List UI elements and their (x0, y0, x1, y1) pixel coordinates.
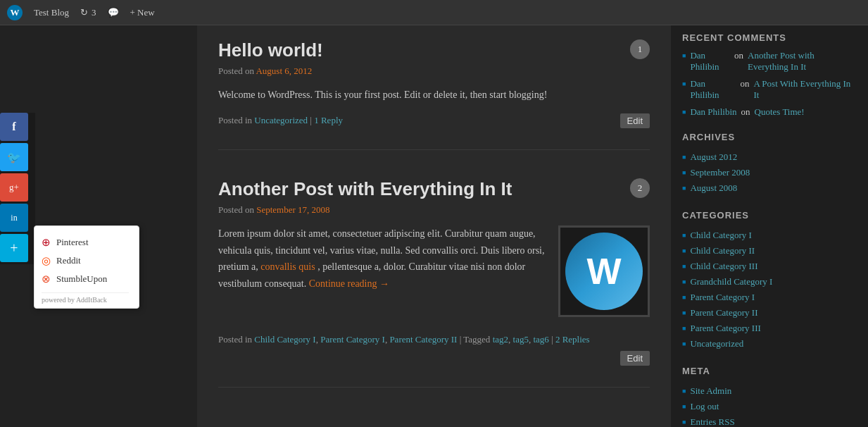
recent-comment-1-link[interactable]: Another Post with Everything In It (748, 50, 857, 73)
right-sidebar: RECENT COMMENTS Dan Philibin on Another … (671, 25, 868, 427)
cat-6-link[interactable]: Parent Category II (690, 307, 757, 318)
meta-2-link[interactable]: Log out (690, 401, 719, 412)
archive-2-link[interactable]: September 2008 (690, 167, 750, 178)
meta-section: META Site Admin Log out Entries RSS Comm… (682, 366, 857, 427)
comments-icon-link[interactable]: 💬 (108, 7, 119, 18)
admin-bar: W Test Blog ↻ 3 💬 + New (0, 0, 868, 25)
post-2-tag3-link[interactable]: tag6 (533, 334, 548, 345)
site-name-link[interactable]: Test Blog (34, 7, 69, 18)
meta-3-link[interactable]: Entries RSS (690, 416, 734, 427)
cat-3-link[interactable]: Child Category III (690, 261, 757, 272)
post-1-replies-link[interactable]: 1 Reply (314, 115, 343, 125)
new-link[interactable]: + New (130, 7, 155, 18)
cat-7-link[interactable]: Parent Category III (690, 323, 760, 334)
categories-title: CATEGORIES (682, 210, 857, 221)
post-2: Another Post with Everything In It 2 Pos… (218, 178, 650, 388)
facebook-button[interactable]: f (0, 113, 28, 141)
comments-link[interactable]: ↻ 3 (80, 7, 96, 18)
facebook-icon: f (12, 120, 15, 133)
post-2-footer: Posted in Child Category I, Parent Categ… (218, 334, 650, 345)
post-1-content: Welcome to WordPress. This is your first… (218, 87, 650, 104)
meta-title: META (682, 366, 857, 376)
wp-circle-logo: W (565, 233, 643, 310)
meta-item-1: Site Admin (682, 383, 857, 399)
post-1-categories: Posted in Uncategorized | 1 Reply (218, 115, 343, 126)
googleplus-button[interactable]: g+ (0, 173, 28, 202)
post-2-continue-reading-link[interactable]: Continue reading → (309, 278, 389, 289)
linkedin-button[interactable]: in (0, 204, 28, 232)
pinterest-item[interactable]: ⊕ Pinterest (42, 233, 129, 252)
post-2-tag2-link[interactable]: tag5 (513, 334, 529, 345)
twitter-button[interactable]: 🐦 (0, 143, 28, 171)
pinterest-icon: ⊕ (42, 236, 51, 249)
post-2-convallis-link[interactable]: convallis quis (260, 261, 315, 272)
category-item-5: Parent Category I (682, 290, 857, 305)
comment-icon: 💬 (108, 7, 119, 18)
archives-list: August 2012 September 2008 August 2008 (682, 149, 857, 196)
category-item-8: Uncategorized (682, 336, 857, 352)
stumbleupon-label: StumbleUpon (56, 273, 107, 285)
linkedin-icon: in (11, 213, 17, 223)
category-item-2: Child Category II (682, 243, 857, 259)
additback-powered-label: powered by AddItBack (42, 292, 129, 304)
categories-list: Child Category I Child Category II Child… (682, 228, 857, 352)
addmore-icon: + (10, 240, 18, 256)
post-2-edit-row: Edit (218, 351, 650, 366)
addmore-button[interactable]: + (0, 234, 28, 262)
post-1-title: Hello world! (218, 39, 323, 61)
recent-comment-2-link[interactable]: A Post With Everything In It (753, 78, 857, 101)
social-sidebar: f 🐦 g+ in + (0, 113, 35, 264)
archive-1-link[interactable]: August 2012 (690, 151, 737, 163)
post-2-cat2-link[interactable]: Parent Category I (320, 334, 385, 345)
meta-item-3: Entries RSS (682, 414, 857, 427)
cat-2-link[interactable]: Child Category II (690, 245, 755, 256)
reddit-item[interactable]: ◎ Reddit (42, 252, 129, 270)
archives-section: ARCHIVES August 2012 September 2008 Augu… (682, 132, 857, 196)
stumbleupon-item[interactable]: ⊗ StumbleUpon (42, 270, 129, 288)
twitter-icon: 🐦 (7, 151, 21, 164)
meta-1-link[interactable]: Site Admin (690, 385, 731, 397)
recent-comment-1: Dan Philibin on Another Post with Everyt… (682, 50, 857, 73)
post-2-categories: Posted in Child Category I, Parent Categ… (218, 334, 590, 345)
cat-8-link[interactable]: Uncategorized (690, 338, 743, 349)
reddit-icon: ◎ (42, 254, 51, 267)
post-2-comment-badge: 2 (630, 178, 650, 198)
post-2-cat1-link[interactable]: Child Category I (254, 334, 315, 345)
reddit-label: Reddit (56, 255, 81, 266)
post-1-meta: Posted on August 6, 2012 (218, 66, 650, 77)
additback-popup: ⊕ Pinterest ◎ Reddit ⊗ StumbleUpon power… (34, 225, 139, 309)
post-1-category-link[interactable]: Uncategorized (254, 115, 308, 125)
recent-comments-title: RECENT COMMENTS (682, 32, 857, 43)
archive-item-2: September 2008 (682, 165, 857, 180)
post-2-title: Another Post with Everything In It (218, 178, 512, 200)
stumbleupon-icon: ⊗ (42, 273, 51, 285)
cat-1-link[interactable]: Child Category I (690, 230, 751, 241)
category-item-6: Parent Category II (682, 305, 857, 321)
refresh-icon: ↻ (80, 7, 88, 18)
archives-title: ARCHIVES (682, 132, 857, 142)
archive-item-3: August 2008 (682, 180, 857, 196)
post-2-title-row: Another Post with Everything In It 2 (218, 178, 650, 204)
category-item-4: Grandchild Category I (682, 274, 857, 290)
archive-3-link[interactable]: August 2008 (690, 182, 737, 194)
wp-logo-icon: W (7, 5, 23, 20)
post-2-replies-link[interactable]: 2 Replies (555, 334, 590, 345)
recent-comment-3-link[interactable]: Quotes Time! (755, 106, 805, 118)
post-2-tag1-link[interactable]: tag2 (493, 334, 508, 345)
post-2-date-link[interactable]: September 17, 2008 (256, 204, 329, 215)
category-item-1: Child Category I (682, 228, 857, 243)
post-2-content: W Lorem ipsum dolor sit amet, consectetu… (218, 225, 650, 324)
recent-comment-3: Dan Philibin on Quotes Time! (682, 106, 857, 118)
cat-4-link[interactable]: Grandchild Category I (690, 276, 772, 287)
cat-5-link[interactable]: Parent Category I (690, 292, 755, 303)
main-content: Hello world! 1 Posted on August 6, 2012 … (197, 25, 671, 427)
post-1-title-row: Hello world! 1 (218, 39, 650, 66)
recent-comment-2: Dan Philibin on A Post With Everything I… (682, 78, 857, 101)
categories-section: CATEGORIES Child Category I Child Catego… (682, 210, 857, 352)
post-2-cat3-link[interactable]: Parent Category II (389, 334, 457, 345)
post-1-edit-button[interactable]: Edit (620, 113, 650, 128)
wp-logo-btn[interactable]: W (7, 5, 23, 20)
post-2-edit-button[interactable]: Edit (620, 351, 650, 366)
post-1-comment-badge: 1 (630, 39, 650, 59)
post-1-date-link[interactable]: August 6, 2012 (256, 66, 312, 76)
